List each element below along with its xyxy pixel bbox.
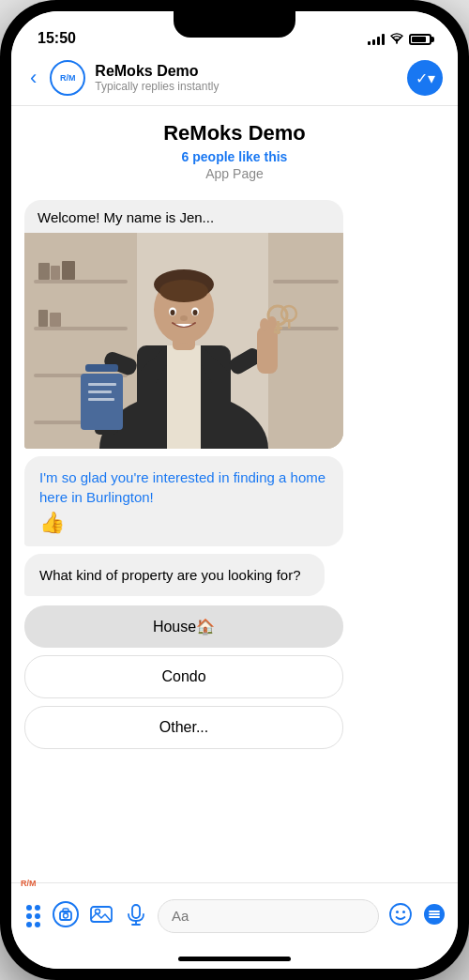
svg-rect-32 [85,364,118,372]
welcome-image-bubble: Welcome! My name is Jen... [24,200,343,449]
quick-reply-condo[interactable]: Condo [24,655,343,698]
svg-point-56 [396,911,399,913]
svg-point-46 [53,902,78,926]
quick-reply-other[interactable]: Other... [24,706,343,749]
svg-rect-31 [81,374,123,430]
svg-point-55 [390,904,411,925]
svg-rect-3 [34,280,128,283]
svg-rect-50 [91,907,112,922]
svg-rect-37 [257,327,278,374]
quick-replies: House🏠 Condo Other... [24,605,343,749]
page-likes: 6 people like this [21,149,448,164]
phone-screen: 15:50 [11,11,458,969]
action-button[interactable]: ✓▾ [407,60,443,96]
svg-rect-41 [274,330,280,333]
svg-rect-13 [273,280,339,283]
svg-point-23 [159,280,208,302]
svg-rect-10 [38,310,48,327]
svg-rect-34 [88,390,112,393]
header-status: Typically replies instantly [95,80,398,93]
camera-icon[interactable] [53,901,79,931]
status-icons [368,32,431,47]
svg-rect-9 [62,261,75,280]
header-name: ReMoks Demo [95,63,398,80]
page-title: ReMoks Demo [21,121,448,145]
chat-header: ‹ R/M ReMoks Demo Typically replies inst… [11,53,458,106]
battery-icon [409,34,431,45]
svg-point-57 [402,911,405,913]
svg-rect-48 [63,909,68,912]
svg-point-27 [193,310,198,315]
wifi-icon [389,32,404,47]
svg-rect-52 [132,905,140,918]
svg-rect-14 [273,327,339,330]
page-type: App Page [21,166,448,181]
colored-bubble-text: I'm so glad you're interested in finding… [39,467,328,507]
svg-point-49 [64,913,68,918]
home-indicator [11,948,458,969]
more-menu-icon[interactable] [422,902,446,930]
svg-rect-43 [288,319,291,329]
svg-rect-17 [167,345,201,449]
svg-point-26 [171,310,175,315]
svg-rect-11 [50,313,61,327]
signal-icon [368,34,385,45]
header-info: ReMoks Demo Typically replies instantly [95,63,398,93]
thumbs-up-emoji: 👍 [39,511,328,535]
svg-rect-33 [88,383,116,386]
svg-point-0 [396,42,398,44]
checkmark-icon: ✓▾ [416,69,435,87]
emoji-icon[interactable] [388,902,413,930]
home-bar [178,957,291,961]
back-button[interactable]: ‹ [26,64,40,92]
menu-dots-icon[interactable] [23,906,43,926]
rm-text: R/M [21,879,37,888]
rm-badge-header: R/M [50,60,85,96]
svg-point-28 [180,315,188,321]
welcome-text: Welcome! My name is Jen... [24,200,343,233]
svg-rect-7 [38,263,50,280]
input-bar [11,882,458,948]
chat-area: Welcome! My name is Jen... [11,191,458,882]
message-input[interactable] [158,899,379,933]
quick-reply-house[interactable]: House🏠 [24,605,343,648]
svg-point-45 [267,316,277,329]
svg-rect-35 [88,398,114,401]
rm-avatar-bottom: R/M [21,873,37,890]
page-info: ReMoks Demo 6 people like this App Page [11,106,458,191]
svg-rect-8 [51,266,60,280]
svg-rect-4 [34,327,128,330]
welcome-image [24,233,343,449]
photo-icon[interactable] [88,901,114,931]
notch [174,11,295,38]
bot-question-text: What kind of property are you looking fo… [39,565,310,585]
status-time: 15:50 [38,30,76,47]
phone-frame: 15:50 [0,0,469,980]
bot-message: What kind of property are you looking fo… [24,554,325,596]
mic-icon[interactable] [124,902,148,930]
colored-text-bubble: I'm so glad you're interested in finding… [24,456,343,546]
svg-rect-12 [268,233,343,449]
